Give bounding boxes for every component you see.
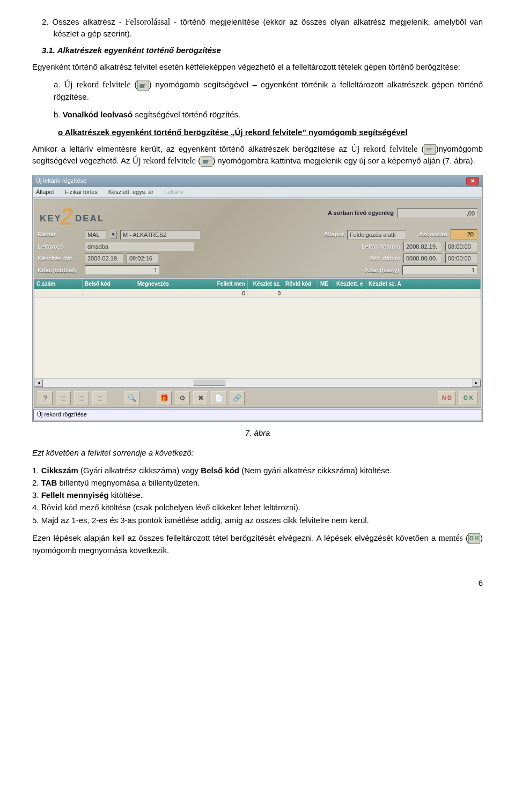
menu-allapot[interactable]: Állapot xyxy=(36,188,54,196)
lbl-akt-datum: Akt. dátum xyxy=(370,255,400,263)
raktar-name: M - ALKATRÉSZ xyxy=(120,230,201,240)
para-order: Ezt követően a felvitel sorrendje a köve… xyxy=(32,447,483,458)
scroll-thumb[interactable] xyxy=(193,379,225,386)
menu-leltariv: Leltárív xyxy=(164,188,183,196)
lbl-raktar: Raktár xyxy=(38,230,82,239)
scroll-left-icon[interactable]: ◄ xyxy=(34,379,43,387)
new-record-button[interactable]: ≣ xyxy=(92,391,107,405)
lbl-azonosito: Azonosító xyxy=(419,230,447,239)
raktar-code[interactable]: MAL xyxy=(85,230,106,240)
delete-button[interactable]: ✖ xyxy=(193,391,208,405)
text: ) nyomógombra kattintva megjelenik egy ú… xyxy=(212,156,475,165)
settings-button[interactable]: ⚙ xyxy=(175,391,190,405)
list1-button[interactable]: ≣ xyxy=(56,391,71,405)
text: Összes alkatrész - xyxy=(53,17,126,26)
allapot-value: Feldolgozás alatti xyxy=(347,230,406,240)
lbl-allapot: Állapot xyxy=(324,230,344,239)
balance-label: A sorban lévő egyenleg xyxy=(328,209,394,217)
logo-deal: DEAL xyxy=(75,212,104,225)
search-button[interactable]: 🔍 xyxy=(124,391,139,405)
doc-item-2: Összes alkatrész - Felsorolással - törté… xyxy=(32,16,483,39)
akt-date: 0000.00.00. xyxy=(403,254,442,263)
keszites-time: 09:02:16 xyxy=(127,254,159,263)
circle-heading: Alkatrészek egyenként történő berögzítés… xyxy=(32,126,483,138)
cell[interactable] xyxy=(334,289,366,297)
col-megnevezes[interactable]: Megnevezés xyxy=(135,279,210,289)
keszites-date: 2008.02.19. xyxy=(85,254,123,263)
text: ( xyxy=(131,80,137,89)
text-serif: Új rekord felvitele xyxy=(64,80,131,89)
ok-button[interactable]: O K xyxy=(459,391,477,405)
col-belso-kod[interactable]: Belső kód xyxy=(83,279,135,289)
numbered-steps: 1. Cikkszám (Gyári alkatrész cikkszáma) … xyxy=(32,465,483,526)
col-cszam[interactable]: C.szám xyxy=(34,279,83,289)
cell[interactable] xyxy=(366,289,481,297)
text: b. xyxy=(54,110,63,119)
col-fellelt[interactable]: Fellelt men xyxy=(210,279,248,289)
intro-para: Egyenként történő alkatrész felvitel ese… xyxy=(32,61,483,72)
figure-caption: 7. ábra xyxy=(32,427,483,438)
leltarozo-value[interactable]: dmsdba xyxy=(85,242,194,251)
cell[interactable] xyxy=(283,289,318,297)
text-serif: Új rekord felvitele xyxy=(133,156,196,165)
heading-3-1: 3.1. Alkatrészek egyenként történő berög… xyxy=(32,44,483,56)
table-header: C.szám Belső kód Megnevezés Fellelt men … xyxy=(34,279,481,289)
cell[interactable] xyxy=(135,289,210,297)
text: Amikor a leltárív elmentésre került, az … xyxy=(32,144,351,153)
logo: 2 KEY DEAL xyxy=(38,203,102,224)
lbl-keszites-dat: Készítés dát. xyxy=(38,255,82,263)
scroll-track[interactable] xyxy=(43,379,472,387)
link-button[interactable]: 🔗 xyxy=(230,391,245,405)
leltar-date[interactable]: 2008.02.19. xyxy=(403,242,442,251)
list2-button[interactable]: ≣ xyxy=(74,391,89,405)
col-rovid-kod[interactable]: Rövid kód xyxy=(283,279,318,289)
table: C.szám Belső kód Megnevezés Fellelt men … xyxy=(34,279,481,388)
gift-button[interactable]: 🎁 xyxy=(157,391,172,405)
cell[interactable] xyxy=(318,289,334,297)
help-button[interactable]: ? xyxy=(38,391,53,405)
step-5: 5. Majd az 1-es, 2-es és 3-as pontok ism… xyxy=(32,515,483,526)
scroll-right-icon[interactable]: ► xyxy=(472,379,481,387)
col-keszlet-sz[interactable]: Készlet sz. xyxy=(248,279,283,289)
menubar: Állapot Fizikai törlés Készlett. egys. á… xyxy=(33,187,482,198)
step-2: 2. TAB billentyű megnyomása a billentyűz… xyxy=(32,477,483,488)
menu-fizikai-torles[interactable]: Fizikai törlés xyxy=(65,188,98,196)
kitar-hiany-value[interactable]: 1 xyxy=(402,265,477,275)
text-serif: Új rekord felvitele xyxy=(351,144,417,153)
text: a. xyxy=(54,80,64,89)
col-me[interactable]: ME xyxy=(318,279,334,289)
table-row[interactable]: 0 0 xyxy=(34,289,481,298)
lbl-leltarozo: Leltározó xyxy=(38,243,82,251)
lbl-kitar-hiany: Kitár.(hiány) xyxy=(365,266,399,274)
text: ( xyxy=(463,533,468,542)
page-number: 6 xyxy=(32,577,483,588)
cell-fellelt[interactable]: 0 xyxy=(210,289,248,297)
sub-a: a. Új rekord felvitele () nyomógomb segí… xyxy=(32,79,483,102)
toolbar: ? ≣ ≣ ≣ 🔍 🎁 ⚙ ✖ 📄 🔗 N O O K xyxy=(34,389,481,408)
azonosito-value: 20 xyxy=(451,229,477,240)
logo-two: 2 xyxy=(60,200,73,233)
no-button[interactable]: N O xyxy=(438,391,456,405)
close-button[interactable]: ✕ xyxy=(466,177,479,185)
scrollbar-horizontal[interactable]: ◄ ► xyxy=(34,378,481,387)
col-keszlet-sz-a[interactable]: Készlet sz. A xyxy=(366,279,481,289)
menu-keszlet-ar[interactable]: Készlett. egys. ár xyxy=(108,188,153,196)
cell-keszlet[interactable]: 0 xyxy=(248,289,283,297)
raktar-dropdown-icon[interactable]: ▼ xyxy=(109,230,117,239)
text-bold: Felsorolással xyxy=(126,17,171,26)
leltar-time[interactable]: 08:00:00 xyxy=(445,242,477,251)
kitar-tobblet-value[interactable]: 1 xyxy=(85,265,160,275)
text-bold: Vonalkód leolvasó xyxy=(63,110,133,119)
col-keszlett-e[interactable]: Készlett. e xyxy=(334,279,366,289)
cell[interactable] xyxy=(83,289,135,297)
lbl-kitar-tobblet: Kitár.(többlet) xyxy=(38,266,82,274)
titlebar: Új leltárív rögzítése ✕ xyxy=(33,175,482,187)
copy-button[interactable]: 📄 xyxy=(211,391,226,405)
app-window: Új leltárív rögzítése ✕ Állapot Fizikai … xyxy=(32,175,483,422)
akt-time: 00:00:00 xyxy=(445,254,477,263)
step-3: 3. Fellelt mennyiség kitöltése. xyxy=(32,489,483,501)
cell[interactable] xyxy=(34,289,83,297)
logo-key: KEY xyxy=(40,212,62,225)
text: ( xyxy=(196,156,201,165)
step-1: 1. Cikkszám (Gyári alkatrész cikkszáma) … xyxy=(32,465,483,476)
